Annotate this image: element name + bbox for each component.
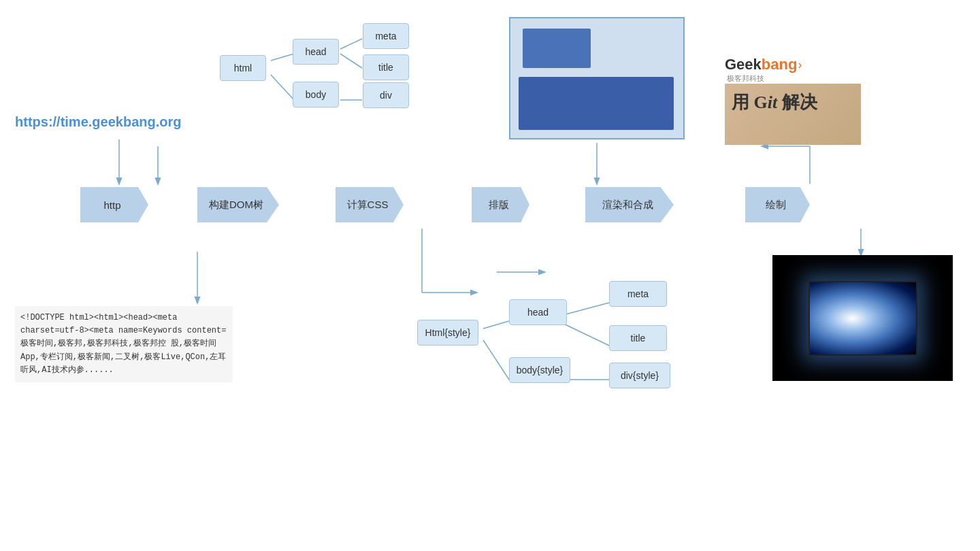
- display-rect1: [523, 29, 591, 68]
- render-pentagon: 渲染和合成: [585, 187, 674, 222]
- http-pentagon: http: [80, 187, 148, 222]
- body-style-box: body{style}: [509, 357, 570, 383]
- html-style-box: Html{style}: [417, 320, 478, 346]
- meta-box-bottom: meta: [609, 281, 667, 307]
- geekbang-logo-area: Geek bang ›: [725, 56, 802, 73]
- svg-line-3: [340, 54, 362, 68]
- laptop-image: [772, 255, 953, 381]
- book-title: 用 Git 解决: [732, 90, 817, 114]
- css-pentagon: 计算CSS: [336, 187, 404, 222]
- flow-step-render: 渲染和合成: [585, 187, 674, 222]
- svg-line-0: [271, 54, 294, 61]
- svg-line-15: [483, 321, 509, 329]
- code-block: <!DOCTYPE html><html><head><meta charset…: [15, 306, 233, 382]
- svg-line-2: [340, 39, 362, 49]
- laptop-screen: [808, 281, 917, 356]
- html-box: html: [220, 55, 266, 81]
- logo-bang-text: bang: [762, 56, 798, 73]
- flow-step-layout: 排版: [472, 187, 529, 222]
- body-box: body: [293, 82, 339, 107]
- svg-line-1: [271, 75, 294, 100]
- svg-line-18: [558, 321, 609, 346]
- title-box-bottom: title: [609, 325, 667, 351]
- meta-box: meta: [363, 23, 409, 49]
- dom-pentagon: 构建DOM树: [197, 187, 279, 222]
- draw-pentagon: 绘制: [745, 187, 810, 222]
- svg-line-16: [483, 340, 509, 380]
- flow-step-css: 计算CSS: [336, 187, 404, 222]
- head-box: head: [293, 39, 339, 65]
- logo-arrow-icon: ›: [798, 58, 802, 72]
- title-box: title: [363, 54, 409, 80]
- url-text: https://time.geekbang.org: [15, 114, 181, 130]
- head-box-bottom: head: [509, 299, 567, 325]
- flow-step-http: http: [80, 187, 148, 222]
- display-rect2: [519, 77, 674, 130]
- flow-step-dom: 构建DOM树: [197, 187, 279, 222]
- div-style-box: div{style}: [609, 363, 670, 388]
- book-cover: 用 Git 解决: [725, 84, 861, 145]
- display-preview: [509, 17, 685, 139]
- div-box: div: [363, 82, 409, 108]
- layout-pentagon: 排版: [472, 187, 529, 222]
- geekbang-subtitle: 极客邦科技: [727, 73, 764, 84]
- flow-step-draw: 绘制: [745, 187, 810, 222]
- logo-geek-text: Geek: [725, 56, 762, 73]
